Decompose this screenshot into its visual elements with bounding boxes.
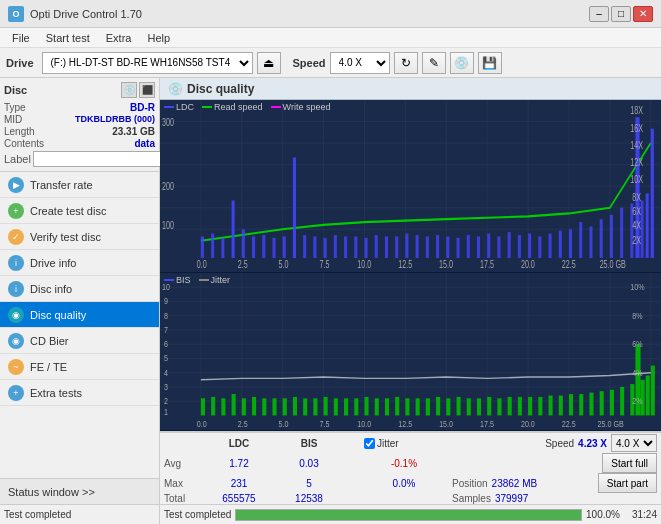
menu-file[interactable]: File bbox=[4, 30, 38, 46]
svg-rect-140 bbox=[497, 399, 501, 416]
sidebar-item-transfer-rate[interactable]: ▶ Transfer rate bbox=[0, 172, 159, 198]
svg-text:16X: 16X bbox=[630, 122, 643, 134]
bis-header: BIS bbox=[274, 438, 344, 449]
disc-section-title: Disc bbox=[4, 84, 27, 96]
svg-rect-52 bbox=[538, 236, 541, 258]
svg-text:14X: 14X bbox=[630, 140, 643, 152]
chart1-svg: 300 200 100 18X 16X 14X 12X 10X 8X 6X 4X… bbox=[160, 100, 661, 272]
sidebar-item-label-disc-info: Disc info bbox=[30, 283, 72, 295]
sidebar-item-extra-tests[interactable]: + Extra tests bbox=[0, 380, 159, 406]
svg-text:6%: 6% bbox=[632, 338, 643, 349]
menu-help[interactable]: Help bbox=[139, 30, 178, 46]
save-button[interactable]: 💾 bbox=[478, 52, 502, 74]
sidebar-item-label-create: Create test disc bbox=[30, 205, 106, 217]
svg-rect-32 bbox=[334, 235, 337, 258]
sidebar-menu: ▶ Transfer rate + Create test disc ✓ Ver… bbox=[0, 172, 159, 478]
svg-rect-113 bbox=[221, 399, 225, 416]
samples-label: Samples bbox=[452, 493, 491, 504]
svg-rect-42 bbox=[436, 235, 439, 258]
svg-rect-55 bbox=[569, 229, 572, 258]
svg-rect-37 bbox=[385, 236, 388, 258]
fe-te-icon: ~ bbox=[8, 359, 24, 375]
bottom-bar: Test completed bbox=[0, 504, 159, 524]
speed-stat-label: Speed bbox=[545, 438, 574, 449]
svg-rect-48 bbox=[497, 236, 500, 258]
transfer-rate-icon: ▶ bbox=[8, 177, 24, 193]
close-button[interactable]: ✕ bbox=[633, 6, 653, 22]
svg-text:7.5: 7.5 bbox=[320, 259, 330, 271]
svg-rect-64 bbox=[646, 193, 649, 258]
svg-rect-43 bbox=[446, 236, 449, 258]
svg-rect-49 bbox=[508, 232, 511, 258]
svg-rect-129 bbox=[385, 399, 389, 416]
mid-value: TDKBLDRBB (000) bbox=[75, 114, 155, 125]
sidebar-item-verify-test-disc[interactable]: ✓ Verify test disc bbox=[0, 224, 159, 250]
jitter-checkbox[interactable] bbox=[364, 438, 375, 449]
svg-rect-51 bbox=[528, 234, 531, 258]
svg-text:0.0: 0.0 bbox=[197, 418, 207, 429]
sidebar-item-drive-info[interactable]: i Drive info bbox=[0, 250, 159, 276]
svg-rect-157 bbox=[651, 366, 655, 416]
svg-rect-145 bbox=[549, 396, 553, 416]
bottom-status-text: Test completed bbox=[4, 509, 74, 520]
start-full-button[interactable]: Start full bbox=[602, 453, 657, 473]
speed-label: Speed bbox=[293, 57, 326, 69]
content-title: Disc quality bbox=[187, 82, 254, 96]
svg-rect-151 bbox=[610, 390, 614, 416]
minimize-button[interactable]: – bbox=[589, 6, 609, 22]
sidebar-item-fe-te[interactable]: ~ FE / TE bbox=[0, 354, 159, 380]
eject-button[interactable]: ⏏ bbox=[257, 52, 281, 74]
svg-rect-119 bbox=[283, 399, 287, 416]
sidebar-item-disc-info[interactable]: i Disc info bbox=[0, 276, 159, 302]
sidebar-item-disc-quality[interactable]: ◉ Disc quality bbox=[0, 302, 159, 328]
write-legend-dot bbox=[271, 106, 281, 108]
edit-button[interactable]: ✎ bbox=[422, 52, 446, 74]
jitter-checkbox-row: Jitter bbox=[364, 438, 399, 449]
sidebar-item-cd-bier[interactable]: ◉ CD Bier bbox=[0, 328, 159, 354]
speed-select[interactable]: 4.0 X bbox=[330, 52, 390, 74]
speed-stat-select[interactable]: 4.0 X bbox=[611, 434, 657, 452]
label-input[interactable] bbox=[33, 151, 166, 167]
contents-value: data bbox=[134, 138, 155, 149]
svg-text:1: 1 bbox=[164, 407, 168, 418]
svg-text:0.0: 0.0 bbox=[197, 259, 207, 271]
svg-rect-22 bbox=[232, 201, 235, 258]
svg-rect-60 bbox=[620, 208, 623, 258]
svg-rect-44 bbox=[457, 238, 460, 258]
status-window-label: Status window >> bbox=[8, 486, 95, 498]
status-window[interactable]: Status window >> bbox=[0, 478, 159, 504]
svg-text:2: 2 bbox=[164, 395, 168, 406]
menu-extra[interactable]: Extra bbox=[98, 30, 140, 46]
svg-text:10%: 10% bbox=[630, 281, 645, 292]
drive-select[interactable]: (F:) HL-DT-ST BD-RE WH16NS58 TST4 bbox=[42, 52, 253, 74]
svg-rect-136 bbox=[457, 397, 461, 416]
svg-rect-115 bbox=[242, 399, 246, 416]
svg-rect-156 bbox=[646, 376, 650, 416]
svg-rect-65 bbox=[651, 129, 654, 258]
content-area: 💿 Disc quality LDC Read speed bbox=[160, 78, 661, 524]
sidebar-item-create-test-disc[interactable]: + Create test disc bbox=[0, 198, 159, 224]
svg-rect-58 bbox=[600, 219, 603, 258]
svg-rect-139 bbox=[487, 397, 491, 416]
svg-rect-114 bbox=[232, 394, 236, 415]
svg-text:7.5: 7.5 bbox=[320, 418, 330, 429]
disc-icon-2[interactable]: ⬛ bbox=[139, 82, 155, 98]
disc-button[interactable]: 💿 bbox=[450, 52, 474, 74]
write-legend-text: Write speed bbox=[283, 102, 331, 112]
bottom-time: 31:24 bbox=[632, 509, 657, 520]
menu-start-test[interactable]: Start test bbox=[38, 30, 98, 46]
svg-rect-34 bbox=[354, 236, 357, 258]
disc-icon-1[interactable]: 💿 bbox=[121, 82, 137, 98]
chart2-svg: 10 9 8 7 6 5 4 3 2 1 10% 8% 6% 4% 2% bbox=[160, 273, 661, 430]
refresh-button[interactable]: ↻ bbox=[394, 52, 418, 74]
position-label: Position bbox=[452, 478, 488, 489]
max-ldc: 231 bbox=[204, 478, 274, 489]
maximize-button[interactable]: □ bbox=[611, 6, 631, 22]
type-label: Type bbox=[4, 102, 26, 113]
start-part-button[interactable]: Start part bbox=[598, 473, 657, 493]
svg-rect-137 bbox=[467, 399, 471, 416]
svg-text:25.0 GB: 25.0 GB bbox=[600, 259, 626, 271]
svg-text:2.5: 2.5 bbox=[238, 418, 248, 429]
sidebar-item-label-drive-info: Drive info bbox=[30, 257, 76, 269]
svg-rect-38 bbox=[395, 236, 398, 258]
